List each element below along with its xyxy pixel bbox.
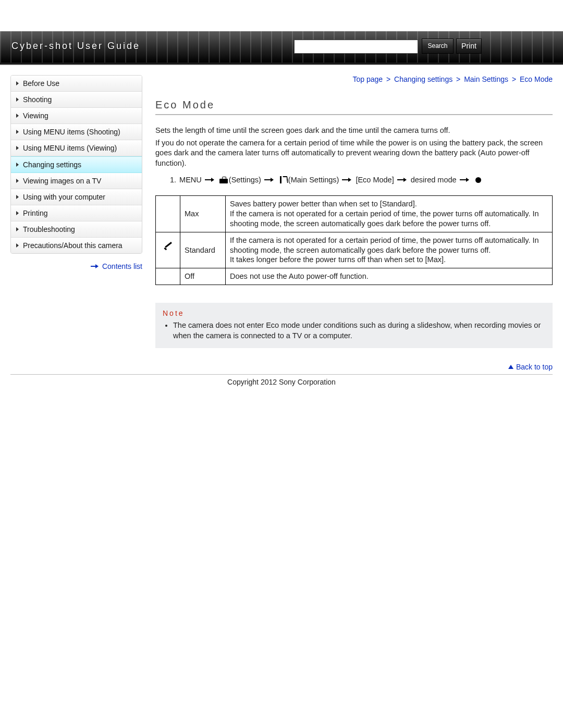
sidebar-item-label: Printing [23,209,47,217]
option-name: Off [180,268,226,285]
sidebar-item[interactable]: Precautions/About this camera [11,238,142,253]
caret-right-icon [16,211,19,215]
copyright-text: Copyright 2012 Sony Corporation [0,378,563,386]
table-row: MaxSaves battery power better than when … [156,196,553,232]
option-description: If the camera is not operated for a cert… [226,232,553,268]
sidebar-item[interactable]: Printing [11,205,142,221]
options-table: MaxSaves battery power better than when … [155,195,553,285]
sidebar-item-label: Viewing [23,112,48,120]
contents-list-label: Contents list [102,262,142,270]
sidebar-item-label: Using MENU items (Shooting) [23,128,120,136]
divider [155,114,553,115]
intro-text-1: Sets the length of time until the screen… [155,126,553,136]
table-row: OffDoes not use the Auto power-off funct… [156,268,553,285]
caret-right-icon [16,163,19,167]
main-settings-icon [279,176,287,183]
page-title: Eco Mode [155,99,553,111]
breadcrumb-item[interactable]: Main Settings [464,75,508,83]
sidebar-item[interactable]: Shooting [11,92,142,108]
sidebar-item-label: Viewing images on a TV [23,177,101,185]
breadcrumb-sep: > [512,75,516,83]
caret-right-icon [16,97,19,102]
back-to-top-link[interactable]: Back to top [155,363,553,371]
toolbox-icon [219,177,228,183]
checkmark-icon [163,245,173,253]
step-text: (Main Settings) [288,176,339,184]
sidebar-item[interactable]: Changing settings [11,156,142,173]
arrow-right-icon [342,178,352,182]
default-cell [156,196,180,232]
breadcrumb-item[interactable]: Changing settings [394,75,452,83]
sidebar-item[interactable]: Using MENU items (Viewing) [11,140,142,156]
sidebar-item[interactable]: Before Use [11,76,142,92]
intro-text-2: If you do not operate the camera for a c… [155,138,553,169]
contents-list-link[interactable]: Contents list [10,262,142,270]
caret-right-icon [16,81,19,85]
note-box: Note The camera does not enter Eco mode … [155,303,553,348]
step-text: [Eco Mode] [356,176,394,184]
sidebar-item-label: Changing settings [23,161,81,169]
breadcrumb-sep: > [386,75,390,83]
caret-right-icon [16,227,19,231]
back-to-top-label: Back to top [516,363,553,371]
step-number: 1. [170,176,176,184]
option-name: Standard [180,232,226,268]
sidebar: Before UseShootingViewingUsing MENU item… [10,75,142,270]
caret-right-icon [16,195,19,199]
arrow-right-icon [460,178,470,182]
sidebar-item-label: Shooting [23,95,52,104]
search-button[interactable]: Search [422,39,454,54]
breadcrumb: Top page > Changing settings > Main Sett… [155,75,553,83]
triangle-up-icon [508,365,513,369]
note-title: Note [163,309,545,317]
sidebar-item[interactable]: Using with your computer [11,189,142,205]
step-text: MENU [179,176,202,184]
caret-right-icon [16,114,19,118]
footer-divider [10,374,553,375]
sidebar-item[interactable]: Viewing [11,108,142,124]
caret-right-icon [16,243,19,248]
print-button[interactable]: Print [456,39,482,54]
caret-right-icon [16,130,19,134]
sidebar-item-label: Using with your computer [23,193,105,201]
sidebar-item-label: Precautions/About this camera [23,241,123,250]
step-text: (Settings) [229,176,261,184]
arrow-right-icon [205,178,215,182]
breadcrumb-item[interactable]: Eco Mode [520,75,553,83]
note-item: The camera does not enter Eco mode under… [173,320,545,341]
menu-path-step: 1. MENU (Settings) (Main Settings) [Eco … [155,176,553,184]
select-button-icon [475,177,481,183]
default-cell [156,232,180,268]
step-text: desired mode [411,176,457,184]
table-row: StandardIf the camera is not operated fo… [156,232,553,268]
sidebar-item[interactable]: Viewing images on a TV [11,173,142,189]
breadcrumb-item[interactable]: Top page [353,75,383,83]
breadcrumb-sep: > [456,75,460,83]
arrow-right-icon [397,178,408,182]
caret-right-icon [16,146,19,150]
sidebar-item[interactable]: Using MENU items (Shooting) [11,124,142,140]
option-description: Saves battery power better than when set… [226,196,553,232]
sidebar-item[interactable]: Troubleshooting [11,221,142,238]
header-bar: Cyber-shot User Guide Search Print [0,31,563,65]
site-title: Cyber-shot User Guide [11,41,140,52]
arrow-right-icon [264,178,275,182]
default-cell [156,268,180,285]
option-name: Max [180,196,226,232]
sidebar-item-label: Troubleshooting [23,225,75,233]
option-description: Does not use the Auto power-off function… [226,268,553,285]
search-input[interactable] [294,40,418,54]
arrow-right-icon [91,264,99,268]
sidebar-item-label: Before Use [23,79,59,88]
nav-list: Before UseShootingViewingUsing MENU item… [10,75,142,254]
caret-right-icon [16,179,19,183]
sidebar-item-label: Using MENU items (Viewing) [23,144,117,152]
